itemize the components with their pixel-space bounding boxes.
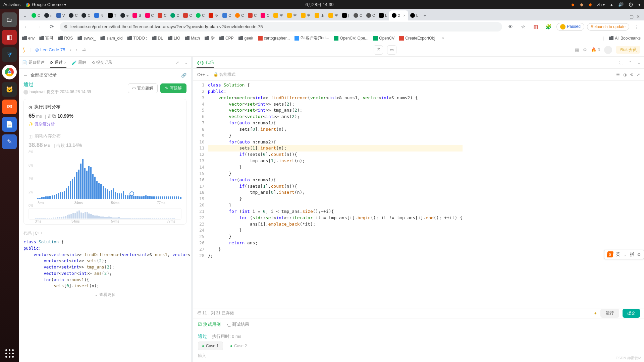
note-icon[interactable]: ▭ [387,45,396,55]
bookmark-icon[interactable]: ◑ [623,72,627,77]
launcher-app-icon[interactable]: ✉ [2,100,17,114]
bookmark-item[interactable]: Git客户端(Tort... [294,35,329,41]
browser-tab[interactable]: L [377,10,389,20]
streak-icon[interactable]: 🔥 0 [591,47,600,52]
view-more-button[interactable]: ⌄ 查看更多 [23,292,186,298]
code-tab[interactable]: ❮/❯ 代码 [197,60,214,68]
list-icon[interactable]: ☰ [616,72,620,77]
browser-tab[interactable]: C [67,10,79,20]
bookmark-item[interactable]: LIO [168,36,180,41]
tab-search-icon[interactable]: ⌄ [21,12,29,19]
system-tray[interactable]: ◆ ◆ ◆ zh ▾ ▴ 🔊 ⏻ ▾ [567,2,641,7]
test-results-tab[interactable]: ›_ 测试结果 [227,321,249,327]
bookmark-item[interactable]: 杂 [205,35,215,41]
profile-paused-chip[interactable]: Paused [556,23,584,31]
browser-tab[interactable]: C [259,10,271,20]
settings-icon[interactable]: ⚙ [583,47,587,52]
volume-icon[interactable]: 🔊 [618,2,624,7]
maximize-icon[interactable]: ▢ [630,14,634,19]
all-bookmarks-button[interactable]: All Bookmarks [609,36,641,41]
browser-tab-active[interactable]: 2× [389,10,408,20]
launcher-app-icon[interactable]: 📄 [2,117,17,132]
tab-submissions[interactable]: ⟲ 提交记录 [92,60,112,65]
tray-icon[interactable]: ◆ [589,2,592,7]
app-menu[interactable]: Google Chrome ▾ [26,2,66,7]
eye-off-icon[interactable]: 👁 [505,24,515,29]
bookmark-item[interactable]: TODO : [127,36,147,41]
back-icon[interactable]: ← [21,24,31,29]
tab-description[interactable]: 📄 题目描述 [22,60,45,65]
next-problem-icon[interactable]: › [76,47,77,52]
ime-lang[interactable]: 英 [616,251,620,257]
run-button[interactable]: 运行 [600,309,619,318]
relaunch-button[interactable]: Relaunch to update [587,23,629,31]
ime-toolbar[interactable]: S 英 ， 拼 ⚙ [604,250,644,259]
close-icon[interactable]: ✕ [636,14,640,19]
browser-tab[interactable]: C [352,10,364,20]
browser-tab[interactable]: C [246,10,259,20]
bookmark-item[interactable]: OpenCV: Ope... [334,36,368,41]
bookmark-item[interactable]: swwx_ [77,36,96,41]
launcher-apps-grid-icon[interactable] [2,346,17,361]
reload-icon[interactable]: ⟳ [47,24,56,30]
fullscreen-icon[interactable]: ⛶ [619,60,623,65]
address-bar[interactable]: ⚙ leetcode.cn/problems/find-the-differen… [60,22,502,32]
bookmark-item[interactable]: OpenCV [373,36,394,41]
launcher-app-icon[interactable]: 🐱 [2,82,17,97]
close-icon[interactable]: × [64,60,66,65]
launcher-files-icon[interactable]: 🗂 [2,12,17,27]
new-tab-icon[interactable]: + [421,12,429,19]
clock[interactable]: 6月28日 14:39 [306,2,334,8]
complexity-link[interactable]: ✨ 复杂度分析 [29,121,55,127]
browser-tab[interactable]: C [181,10,194,20]
bookmark-item[interactable]: CPP [219,36,234,41]
browser-tab[interactable]: 主 [271,10,285,20]
ime-settings-icon[interactable]: ⚙ [637,252,641,257]
back-label[interactable]: 全部提交记录 [31,72,57,78]
chevron-down-icon[interactable]: ⌄ [637,60,641,65]
sogou-icon[interactable]: S [607,251,614,257]
chevron-up-icon[interactable]: ⌃ [629,60,632,65]
browser-tab[interactable]: ラ [207,10,220,20]
back-arrow-icon[interactable]: ← [23,73,28,78]
extension-icon[interactable]: ▥ [531,24,540,30]
lang-indicator[interactable]: zh ▾ [597,2,605,7]
browser-tab[interactable]: T [106,10,118,20]
ime-mode[interactable]: 拼 [630,251,634,257]
activities-menu[interactable]: Activities [3,2,20,7]
plus-member-button[interactable]: Plus 会员 [616,46,640,54]
launcher-chrome-icon[interactable] [2,65,17,79]
browser-tab[interactable]: C [156,10,168,20]
submit-button[interactable]: 提交 [623,309,640,318]
link-icon[interactable]: 🔗 [181,73,186,78]
test-cases-tab[interactable]: ☑ 测试用例 [198,321,221,327]
browser-tab[interactable]: C [30,10,42,20]
tray-icon[interactable]: ◆ [571,2,575,7]
star-icon[interactable]: ☆ [518,24,528,30]
case-2-button[interactable]: Case 2 [226,342,251,350]
bookmark-item[interactable]: CreateExportObj [399,36,435,41]
browser-tab[interactable]: e [118,10,130,20]
browser-tab[interactable]: V [54,10,67,20]
reset-icon[interactable]: ⟲ [630,72,633,77]
bookmark-item[interactable]: geek [238,36,253,41]
browser-tab[interactable]: L [408,10,420,20]
lc-logo-icon[interactable]: ⟆ [23,47,25,53]
sparkle-icon[interactable]: ✦ [594,311,597,316]
browser-tab[interactable]: C [194,10,207,20]
language-select[interactable]: C++ ⌄ [197,72,209,77]
code-editor[interactable]: 1234567891011121314151617181920212223242… [193,81,644,308]
launcher-app-icon[interactable]: ◧ [2,30,17,45]
collapse-icon[interactable]: ⌄ [184,60,188,65]
avatar-icon[interactable] [604,46,612,54]
ime-punct[interactable]: ， [623,251,627,257]
browser-tab[interactable]: C [220,10,233,20]
browser-tab[interactable]: 主 [285,10,299,20]
tray-icon[interactable]: ◆ [580,2,583,7]
browser-tab[interactable]: | [340,10,352,20]
kebab-icon[interactable]: ⋮ [632,24,641,30]
bookmark-item[interactable]: Math [185,36,200,41]
mini-chart[interactable]: 3ms 34ms 54ms 77ms [29,208,181,220]
browser-tab[interactable]: C [364,10,377,20]
browser-tab[interactable]: C [143,10,156,20]
